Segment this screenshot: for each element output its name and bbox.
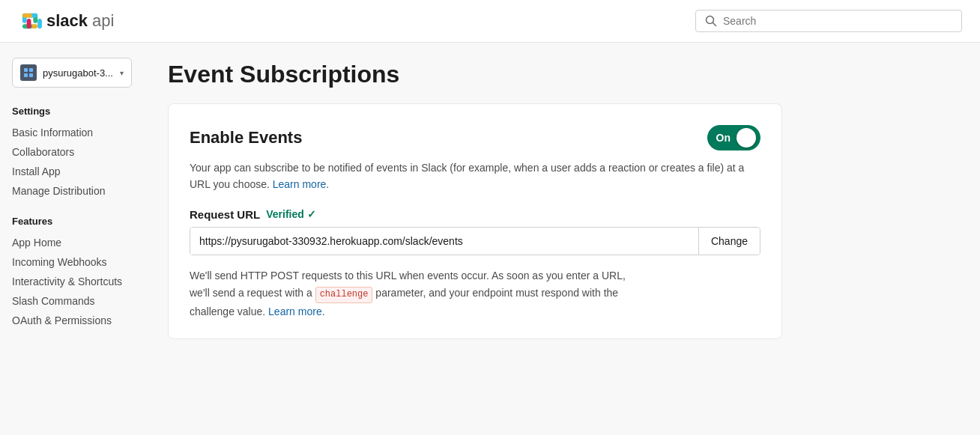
enable-events-description: Your app can subscribe to be notified of… bbox=[190, 159, 760, 193]
sidebar: pysurugabot-3... ▾ Settings Basic Inform… bbox=[0, 43, 144, 435]
http-desc-line3: parameter, and your endpoint must respon… bbox=[375, 287, 618, 299]
verified-label: Verified bbox=[266, 208, 304, 220]
svg-line-1 bbox=[713, 23, 716, 26]
features-section-label: Features bbox=[12, 216, 132, 227]
list-item: Slash Commands bbox=[12, 291, 132, 311]
search-icon bbox=[705, 15, 717, 27]
change-button[interactable]: Change bbox=[698, 228, 760, 255]
learn-more-link-1[interactable]: Learn more. bbox=[273, 178, 329, 190]
toggle-label: On bbox=[716, 132, 731, 144]
search-bar[interactable] bbox=[695, 10, 962, 32]
sidebar-item-interactivity-shortcuts[interactable]: Interactivity & Shortcuts bbox=[12, 276, 132, 288]
toggle-knob bbox=[736, 128, 756, 147]
sidebar-item-basic-information[interactable]: Basic Information bbox=[12, 127, 132, 139]
sidebar-item-incoming-webhooks[interactable]: Incoming Webhooks bbox=[12, 256, 132, 268]
url-input-row: Change bbox=[190, 227, 760, 255]
enable-events-title: Enable Events bbox=[190, 128, 302, 147]
sidebar-item-oauth-permissions[interactable]: OAuth & Permissions bbox=[12, 314, 132, 326]
svg-rect-4 bbox=[24, 73, 28, 77]
logo-api-text: api bbox=[92, 11, 114, 31]
learn-more-link-2[interactable]: Learn more. bbox=[268, 305, 324, 317]
app-name-label: pysurugabot-3... bbox=[43, 67, 114, 79]
list-item: Basic Information bbox=[12, 123, 132, 142]
sidebar-item-collaborators[interactable]: Collaborators bbox=[12, 146, 132, 158]
features-nav: App Home Incoming Webhooks Interactivity… bbox=[12, 233, 132, 330]
app-selector[interactable]: pysurugabot-3... ▾ bbox=[12, 58, 132, 88]
svg-rect-2 bbox=[24, 68, 28, 72]
page-layout: pysurugabot-3... ▾ Settings Basic Inform… bbox=[0, 43, 980, 435]
challenge-code-badge: challenge bbox=[315, 287, 373, 303]
request-url-label-row: Request URL Verified ✓ bbox=[190, 208, 760, 221]
http-desc-line2: we'll send a request with a bbox=[190, 287, 312, 299]
list-item: OAuth & Permissions bbox=[12, 311, 132, 330]
svg-rect-3 bbox=[29, 68, 33, 72]
url-input[interactable] bbox=[190, 228, 698, 255]
list-item: Interactivity & Shortcuts bbox=[12, 272, 132, 291]
app-icon bbox=[20, 64, 37, 81]
topnav: slack api bbox=[0, 0, 980, 43]
verified-badge: Verified ✓ bbox=[266, 208, 316, 220]
list-item: Install App bbox=[12, 162, 132, 181]
page-title: Event Subscriptions bbox=[168, 61, 956, 88]
settings-nav: Basic Information Collaborators Install … bbox=[12, 123, 132, 201]
sidebar-item-manage-distribution[interactable]: Manage Distribution bbox=[12, 185, 132, 197]
slack-logo-icon bbox=[18, 9, 42, 33]
list-item: Manage Distribution bbox=[12, 181, 132, 201]
logo: slack api bbox=[18, 9, 114, 33]
logo-brand-text: slack bbox=[46, 11, 88, 31]
sidebar-item-slash-commands[interactable]: Slash Commands bbox=[12, 295, 132, 307]
sidebar-item-app-home[interactable]: App Home bbox=[12, 237, 132, 249]
svg-rect-5 bbox=[29, 73, 33, 77]
enable-events-row: Enable Events On bbox=[190, 125, 760, 150]
sidebar-item-install-app[interactable]: Install App bbox=[12, 165, 132, 177]
settings-section-label: Settings bbox=[12, 106, 132, 117]
http-description: We'll send HTTP POST requests to this UR… bbox=[190, 267, 760, 320]
enable-events-toggle[interactable]: On bbox=[707, 125, 760, 150]
list-item: Collaborators bbox=[12, 142, 132, 162]
request-url-label: Request URL bbox=[190, 208, 260, 221]
event-subscriptions-card: Enable Events On Your app can subscribe … bbox=[168, 103, 782, 339]
http-desc-line1: We'll send HTTP POST requests to this UR… bbox=[190, 270, 626, 282]
search-input[interactable] bbox=[723, 15, 952, 27]
verified-check-icon: ✓ bbox=[307, 208, 316, 220]
list-item: Incoming Webhooks bbox=[12, 252, 132, 272]
http-desc-line4: challenge value. bbox=[190, 305, 265, 317]
list-item: App Home bbox=[12, 233, 132, 252]
chevron-down-icon: ▾ bbox=[120, 69, 124, 77]
main-content: Event Subscriptions Enable Events On You… bbox=[144, 43, 980, 435]
